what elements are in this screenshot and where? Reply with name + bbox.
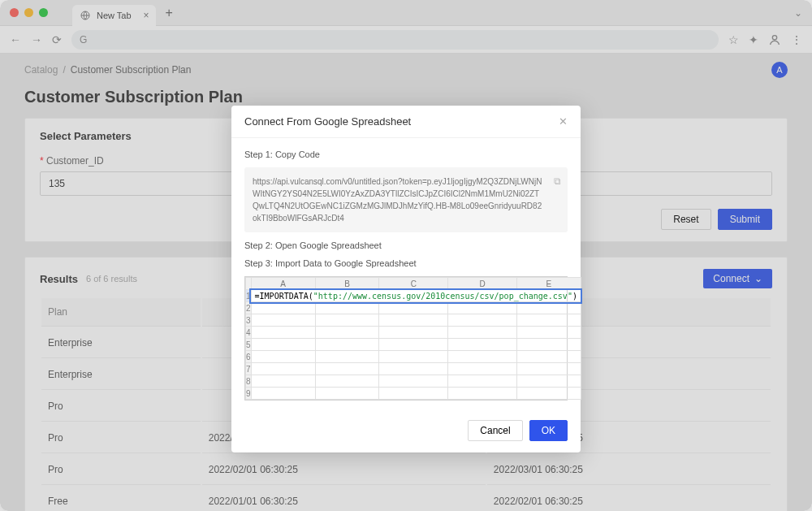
ss-cell[interactable] (379, 351, 448, 363)
ss-row-header: 1 (246, 290, 252, 302)
ss-cell[interactable] (448, 314, 517, 327)
ss-cell[interactable] (251, 314, 315, 327)
ss-cell[interactable] (448, 327, 517, 339)
ss-cell[interactable] (448, 302, 517, 314)
ss-row-header: 5 (246, 339, 252, 351)
ss-col: B (315, 278, 379, 290)
step3-label: Step 3: Import Data to Google Spreadshee… (244, 258, 568, 268)
modal-overlay: Connect From Google Spreadsheet ✕ Step 1… (0, 0, 812, 511)
ss-row-header: 2 (246, 302, 252, 314)
ss-cell[interactable] (315, 314, 379, 327)
ss-cell[interactable] (251, 302, 315, 314)
ss-cell[interactable] (251, 327, 315, 339)
ss-cell[interactable] (379, 327, 448, 339)
modal-title: Connect From Google Spreadsheet (244, 115, 411, 128)
ss-cell[interactable] (448, 388, 517, 400)
ss-cell[interactable] (448, 375, 517, 388)
ss-cell[interactable] (315, 302, 379, 314)
ss-row-header: 6 (246, 351, 252, 363)
ss-cell[interactable] (448, 351, 517, 363)
ss-cell[interactable] (448, 363, 517, 375)
cancel-button[interactable]: Cancel (468, 420, 522, 441)
ss-col: E (516, 278, 581, 290)
ss-cell[interactable] (315, 375, 379, 388)
step2-label: Step 2: Open Google Spreadsheet (244, 240, 568, 250)
spreadsheet-preview: ABCDE 1=IMPORTDATA("http://www.census.go… (244, 276, 568, 401)
ss-col: A (251, 278, 315, 290)
close-icon[interactable]: ✕ (559, 115, 568, 128)
ss-cell[interactable] (379, 363, 448, 375)
ss-cell[interactable] (516, 327, 581, 339)
code-box: https://api.vulcansql.com/v0/untitled.js… (244, 167, 568, 232)
step1-label: Step 1: Copy Code (244, 149, 568, 159)
copy-icon[interactable]: ⧉ (554, 174, 561, 188)
ss-cell[interactable] (379, 375, 448, 388)
ss-row-header: 9 (246, 388, 252, 400)
connect-modal: Connect From Google Spreadsheet ✕ Step 1… (231, 106, 581, 453)
modal-footer: Cancel OK (231, 412, 581, 453)
ss-cell[interactable] (516, 314, 581, 327)
ss-cell[interactable] (516, 388, 581, 400)
ss-cell[interactable] (251, 388, 315, 400)
ss-row-header: 3 (246, 314, 252, 327)
ss-row-header: 4 (246, 327, 252, 339)
ss-cell[interactable] (516, 351, 581, 363)
ss-cell[interactable] (448, 339, 517, 351)
modal-header: Connect From Google Spreadsheet ✕ (231, 106, 581, 138)
ss-cell[interactable] (516, 339, 581, 351)
ss-cell[interactable] (379, 314, 448, 327)
formula-cell[interactable]: =IMPORTDATA("http://www.census.gov/2010c… (251, 290, 581, 302)
api-url: https://api.vulcansql.com/v0/untitled.js… (253, 177, 542, 223)
ss-cell[interactable] (251, 363, 315, 375)
ok-button[interactable]: OK (529, 420, 568, 441)
ss-cell[interactable] (379, 302, 448, 314)
ss-row-header: 8 (246, 375, 252, 388)
ss-cell[interactable] (315, 363, 379, 375)
ss-cell[interactable] (315, 388, 379, 400)
ss-cell[interactable] (315, 351, 379, 363)
ss-cell[interactable] (379, 388, 448, 400)
ss-cell[interactable] (251, 339, 315, 351)
ss-col: C (379, 278, 448, 290)
ss-cell[interactable] (516, 375, 581, 388)
ss-cell[interactable] (516, 302, 581, 314)
ss-cell[interactable] (315, 327, 379, 339)
ss-cell[interactable] (251, 375, 315, 388)
ss-cell[interactable] (516, 363, 581, 375)
modal-body: Step 1: Copy Code https://api.vulcansql.… (231, 138, 581, 412)
ss-col: D (448, 278, 517, 290)
ss-cell[interactable] (379, 339, 448, 351)
ss-cell[interactable] (251, 351, 315, 363)
ss-row-header: 7 (246, 363, 252, 375)
ss-cell[interactable] (315, 339, 379, 351)
browser-window: New Tab × + ⌄ ← → ⟳ G ☆ ✦ ⋮ Catalog / Cu… (0, 0, 812, 511)
